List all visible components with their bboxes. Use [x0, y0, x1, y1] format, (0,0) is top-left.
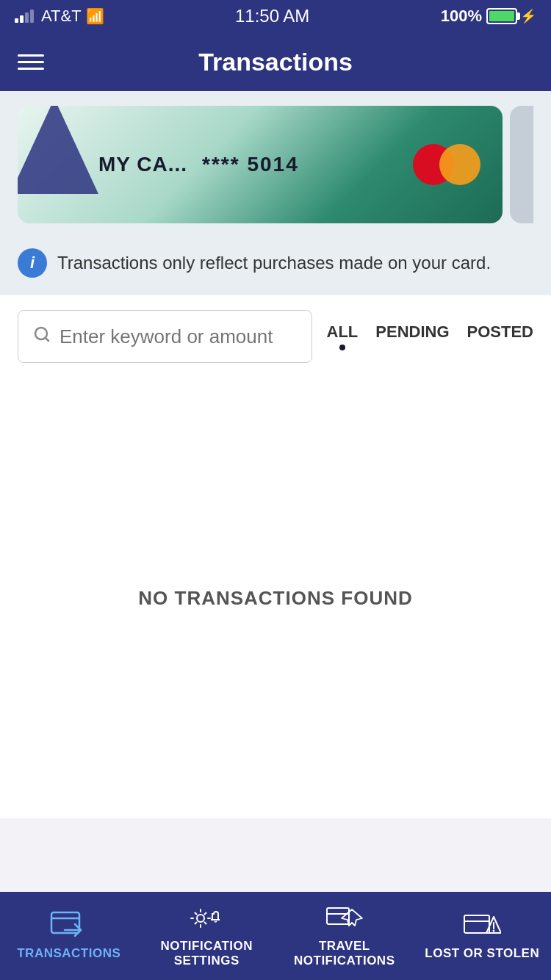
search-icon: [33, 325, 51, 347]
filter-tabs: ALL PENDING POSTED: [327, 323, 533, 350]
card-peek[interactable]: [510, 106, 533, 223]
nav-item-lost-or-stolen[interactable]: LOST OR STOLEN: [414, 911, 552, 961]
card-section: MY CA... **** 5014: [0, 91, 551, 238]
status-right: 100% ⚡: [441, 7, 536, 26]
info-text: Transactions only reflect purchases made…: [57, 253, 491, 273]
nav-item-transactions[interactable]: TRANSACTIONS: [0, 911, 138, 961]
carrier-label: AT&T: [41, 7, 82, 26]
lost-or-stolen-icon: [463, 911, 501, 942]
card-number: **** 5014: [202, 153, 299, 176]
battery-percentage: 100%: [441, 7, 482, 26]
tab-pending[interactable]: PENDING: [375, 323, 449, 350]
nav-label-notification-settings: NOTIFICATION SETTINGS: [138, 939, 276, 969]
info-icon: i: [18, 248, 47, 278]
svg-line-2: [46, 338, 48, 341]
tab-all[interactable]: ALL: [327, 323, 359, 350]
info-banner: i Transactions only reflect purchases ma…: [0, 238, 551, 295]
mastercard-logo-icon: [413, 144, 480, 185]
charging-icon: ⚡: [520, 8, 536, 24]
nav-label-travel-notifications: TRAVEL NOTIFICATIONS: [276, 939, 414, 969]
status-bar: AT&T 📶 11:50 AM 100% ⚡: [0, 0, 551, 32]
search-filter-row: ALL PENDING POSTED: [0, 295, 551, 378]
nav-item-travel-notifications[interactable]: TRAVEL NOTIFICATIONS: [276, 904, 414, 969]
nav-label-transactions: TRANSACTIONS: [17, 946, 120, 961]
card-carousel[interactable]: MY CA... **** 5014: [18, 106, 533, 223]
empty-state: NO TRANSACTIONS FOUND: [0, 378, 551, 818]
bottom-nav: TRANSACTIONS NOTIFICATION SETTINGS: [0, 892, 551, 980]
transactions-icon: [50, 911, 88, 942]
search-input[interactable]: [60, 325, 297, 348]
battery-icon: ⚡: [486, 8, 536, 24]
empty-state-message: NO TRANSACTIONS FOUND: [138, 587, 412, 610]
tab-all-label: ALL: [327, 323, 359, 342]
app-header: Transactions: [0, 32, 551, 91]
page-title: Transactions: [198, 48, 353, 76]
tab-posted-label: POSTED: [467, 323, 533, 342]
travel-notifications-icon: [325, 904, 364, 934]
nav-item-notification-settings[interactable]: NOTIFICATION SETTINGS: [138, 904, 276, 969]
wifi-icon: 📶: [86, 7, 104, 25]
card-name: MY CA...: [98, 153, 187, 176]
tab-all-indicator: [339, 345, 345, 350]
main-content: ALL PENDING POSTED NO TRANSACTIONS FOUND: [0, 295, 551, 818]
card-brand-icon: [18, 106, 98, 194]
nav-label-lost-or-stolen: LOST OR STOLEN: [425, 946, 539, 961]
tab-pending-label: PENDING: [375, 323, 449, 342]
svg-marker-0: [18, 106, 98, 194]
notification-settings-icon: [187, 904, 226, 934]
status-left: AT&T 📶: [15, 7, 104, 26]
status-time: 11:50 AM: [235, 6, 309, 26]
svg-rect-8: [327, 908, 349, 924]
signal-bars-icon: [15, 10, 34, 23]
search-box[interactable]: [18, 310, 312, 363]
svg-point-14: [493, 929, 495, 932]
card-item[interactable]: MY CA... **** 5014: [18, 106, 503, 223]
tab-posted[interactable]: POSTED: [467, 323, 533, 350]
svg-point-6: [197, 915, 204, 922]
menu-button[interactable]: [18, 54, 44, 70]
svg-rect-10: [464, 915, 489, 933]
